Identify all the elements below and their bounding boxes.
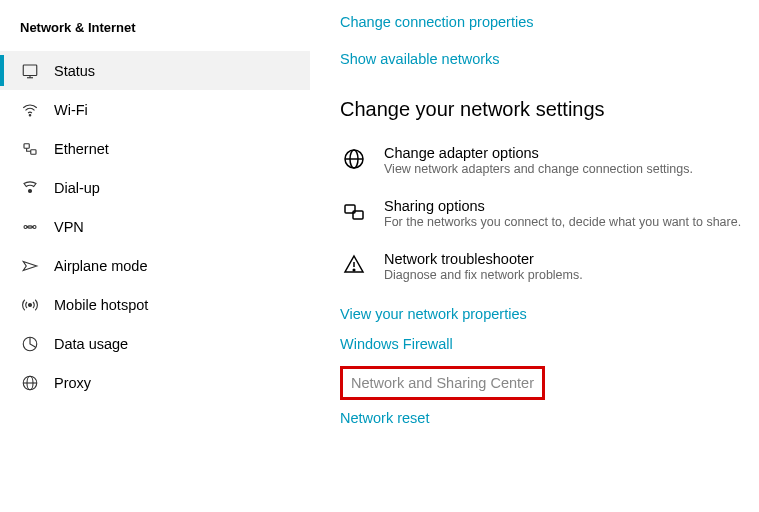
link-network-sharing-center[interactable]: Network and Sharing Center [340, 366, 545, 400]
nav-label: Proxy [54, 375, 91, 391]
link-change-connection-properties[interactable]: Change connection properties [340, 14, 749, 30]
svg-rect-0 [23, 65, 37, 76]
adapter-icon [340, 145, 368, 173]
option-change-adapter[interactable]: Change adapter options View network adap… [340, 145, 749, 176]
nav-label: Ethernet [54, 141, 109, 157]
datausage-icon [20, 334, 40, 354]
sidebar-title: Network & Internet [0, 10, 310, 51]
nav-label: Wi-Fi [54, 102, 88, 118]
sidebar-item-vpn[interactable]: VPN [0, 207, 310, 246]
sidebar-item-proxy[interactable]: Proxy [0, 363, 310, 402]
nav-label: Dial-up [54, 180, 100, 196]
sidebar-item-wifi[interactable]: Wi-Fi [0, 90, 310, 129]
option-sharing[interactable]: Sharing options For the networks you con… [340, 198, 749, 229]
sidebar-item-airplane[interactable]: Airplane mode [0, 246, 310, 285]
wifi-icon [20, 100, 40, 120]
link-network-reset[interactable]: Network reset [340, 410, 749, 426]
status-icon [20, 61, 40, 81]
nav-label: Status [54, 63, 95, 79]
sidebar-item-dialup[interactable]: Dial-up [0, 168, 310, 207]
airplane-icon [20, 256, 40, 276]
option-troubleshooter[interactable]: Network troubleshooter Diagnose and fix … [340, 251, 749, 282]
sidebar-item-ethernet[interactable]: Ethernet [0, 129, 310, 168]
svg-point-9 [29, 303, 32, 306]
link-windows-firewall[interactable]: Windows Firewall [340, 336, 749, 352]
nav-label: Airplane mode [54, 258, 148, 274]
option-title: Sharing options [384, 198, 741, 214]
option-desc: View network adapters and change connect… [384, 162, 693, 176]
option-desc: Diagnose and fix network problems. [384, 268, 583, 282]
sidebar-item-status[interactable]: Status [0, 51, 310, 90]
svg-point-7 [24, 225, 27, 228]
nav-label: Data usage [54, 336, 128, 352]
svg-point-3 [29, 114, 31, 116]
svg-rect-4 [24, 143, 29, 148]
option-title: Network troubleshooter [384, 251, 583, 267]
hotspot-icon [20, 295, 40, 315]
sidebar-item-hotspot[interactable]: Mobile hotspot [0, 285, 310, 324]
section-heading: Change your network settings [340, 98, 749, 121]
option-desc: For the networks you connect to, decide … [384, 215, 741, 229]
link-show-available-networks[interactable]: Show available networks [340, 51, 749, 67]
ethernet-icon [20, 139, 40, 159]
proxy-icon [20, 373, 40, 393]
svg-point-20 [353, 269, 355, 271]
svg-point-6 [29, 189, 32, 192]
nav-label: Mobile hotspot [54, 297, 148, 313]
svg-rect-5 [31, 149, 36, 154]
sidebar: Network & Internet Status Wi-Fi [0, 0, 310, 512]
sidebar-item-datausage[interactable]: Data usage [0, 324, 310, 363]
svg-point-8 [33, 225, 36, 228]
troubleshoot-icon [340, 251, 368, 279]
nav-label: VPN [54, 219, 84, 235]
option-title: Change adapter options [384, 145, 693, 161]
vpn-icon [20, 217, 40, 237]
link-view-network-properties[interactable]: View your network properties [340, 306, 749, 322]
dialup-icon [20, 178, 40, 198]
sharing-icon [340, 198, 368, 226]
main-content: Change connection properties Show availa… [310, 0, 759, 512]
